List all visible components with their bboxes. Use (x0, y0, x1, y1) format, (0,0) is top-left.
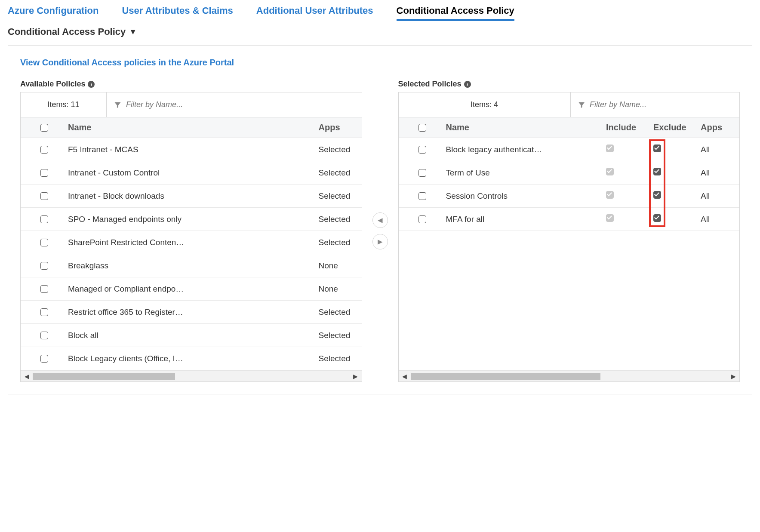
row-checkbox[interactable] (40, 308, 48, 316)
row-apps: Selected (319, 215, 362, 224)
exclude-checkbox[interactable] (653, 191, 661, 199)
exclude-checkbox[interactable] (653, 145, 661, 152)
table-row[interactable]: Block Legacy clients (Office, I…Selected (21, 347, 362, 370)
selected-column-name[interactable]: Name (446, 123, 606, 132)
row-checkbox[interactable] (40, 146, 48, 154)
section-title-label: Conditional Access Policy (8, 26, 126, 37)
row-apps: None (319, 284, 362, 294)
row-checkbox[interactable] (418, 192, 426, 200)
row-apps: Selected (319, 331, 362, 340)
selected-table-body[interactable]: Block legacy authenticat…AllTerm of UseA… (399, 138, 740, 231)
azure-portal-link[interactable]: View Conditional Access policies in the … (20, 58, 740, 68)
exclude-checkbox[interactable] (653, 168, 661, 175)
tab-azure-configuration[interactable]: Azure Configuration (8, 5, 98, 16)
row-apps: Selected (319, 308, 362, 317)
table-row[interactable]: Managed or Compliant endpo…None (21, 277, 362, 301)
tab-additional-user-attributes[interactable]: Additional User Attributes (256, 5, 373, 16)
row-checkbox[interactable] (40, 332, 48, 339)
selected-policies-title: Selected Policies (398, 80, 462, 89)
include-checkbox[interactable] (606, 214, 614, 222)
funnel-icon (114, 101, 122, 109)
row-apps: All (701, 215, 739, 224)
row-checkbox[interactable] (418, 215, 426, 223)
row-name: Block legacy authenticat… (446, 145, 606, 154)
funnel-icon (578, 101, 585, 109)
selected-column-include[interactable]: Include (606, 123, 653, 132)
row-name: F5 Intranet - MCAS (68, 145, 319, 154)
available-column-apps[interactable]: Apps (319, 123, 362, 132)
row-apps: All (701, 168, 739, 178)
row-name: SharePoint Restricted Conten… (68, 238, 319, 247)
caret-down-icon: ▼ (129, 28, 137, 37)
row-name: Managed or Compliant endpo… (68, 284, 319, 294)
tabs: Azure Configuration User Attributes & Cl… (8, 5, 752, 20)
available-hscrollbar[interactable]: ◀ ▶ (21, 370, 362, 381)
table-row[interactable]: SPO - Managed endpoints onlySelected (21, 208, 362, 231)
table-row[interactable]: Restrict office 365 to Register…Selected (21, 301, 362, 324)
selected-hscrollbar[interactable]: ◀ ▶ (399, 370, 740, 381)
table-row[interactable]: Intranet - Custom ControlSelected (21, 161, 362, 185)
table-row[interactable]: Block allSelected (21, 324, 362, 347)
move-left-button[interactable]: ◀ (372, 212, 388, 228)
row-apps: Selected (319, 168, 362, 178)
row-apps: Selected (319, 238, 362, 247)
row-apps: Selected (319, 191, 362, 201)
row-checkbox[interactable] (40, 355, 48, 363)
table-row[interactable]: Intranet - Block downloadsSelected (21, 185, 362, 208)
exclude-checkbox[interactable] (653, 214, 661, 222)
available-policies-panel: Available Policies i Items: 11 Name (20, 80, 362, 382)
selected-select-all-checkbox[interactable] (418, 124, 426, 132)
available-items-count: Items: 11 (21, 92, 107, 117)
row-name: Intranet - Block downloads (68, 191, 319, 201)
selected-policies-panel: Selected Policies i Items: 4 Name (398, 80, 740, 382)
available-table-body[interactable]: F5 Intranet - MCASSelectedIntranet - Cus… (21, 138, 362, 370)
row-checkbox[interactable] (418, 146, 426, 154)
table-row[interactable]: SharePoint Restricted Conten…Selected (21, 231, 362, 254)
row-name: Breakglass (68, 261, 319, 271)
row-name: SPO - Managed endpoints only (68, 215, 319, 224)
row-checkbox[interactable] (40, 169, 48, 177)
table-row[interactable]: MFA for allAll (399, 208, 740, 231)
table-row[interactable]: Session ControlsAll (399, 185, 740, 208)
row-name: Term of Use (446, 168, 606, 178)
table-row[interactable]: F5 Intranet - MCASSelected (21, 138, 362, 161)
info-icon[interactable]: i (464, 81, 471, 88)
row-name: Session Controls (446, 191, 606, 201)
selected-filter-input[interactable] (590, 100, 732, 109)
transfer-buttons: ◀ ▶ (372, 80, 388, 382)
available-select-all-checkbox[interactable] (40, 124, 48, 132)
row-checkbox[interactable] (418, 169, 426, 177)
available-filter-input[interactable] (126, 100, 355, 109)
selected-column-apps[interactable]: Apps (701, 123, 739, 132)
available-column-name[interactable]: Name (68, 123, 319, 132)
content-box: View Conditional Access policies in the … (8, 45, 752, 394)
include-checkbox[interactable] (606, 168, 614, 175)
move-right-button[interactable]: ▶ (372, 234, 388, 249)
table-row[interactable]: Term of UseAll (399, 161, 740, 185)
row-checkbox[interactable] (40, 239, 48, 246)
section-title[interactable]: Conditional Access Policy ▼ (8, 26, 137, 37)
table-row[interactable]: BreakglassNone (21, 254, 362, 277)
selected-items-count: Items: 4 (399, 92, 571, 117)
row-apps: None (319, 261, 362, 271)
row-apps: Selected (319, 145, 362, 154)
selected-column-exclude[interactable]: Exclude (653, 123, 701, 132)
table-row[interactable]: Block legacy authenticat…All (399, 138, 740, 161)
available-policies-title: Available Policies (20, 80, 85, 89)
include-checkbox[interactable] (606, 145, 614, 152)
info-icon[interactable]: i (88, 81, 95, 88)
tab-user-attributes-claims[interactable]: User Attributes & Claims (122, 5, 233, 16)
row-checkbox[interactable] (40, 262, 48, 270)
row-checkbox[interactable] (40, 192, 48, 200)
tab-conditional-access-policy[interactable]: Conditional Access Policy (397, 5, 514, 21)
row-name: Restrict office 365 to Register… (68, 308, 319, 317)
include-checkbox[interactable] (606, 191, 614, 199)
row-name: Block Legacy clients (Office, I… (68, 354, 319, 363)
row-name: MFA for all (446, 215, 606, 224)
row-apps: All (701, 191, 739, 201)
row-name: Intranet - Custom Control (68, 168, 319, 178)
row-checkbox[interactable] (40, 215, 48, 223)
row-name: Block all (68, 331, 319, 340)
row-checkbox[interactable] (40, 285, 48, 293)
row-apps: Selected (319, 354, 362, 363)
